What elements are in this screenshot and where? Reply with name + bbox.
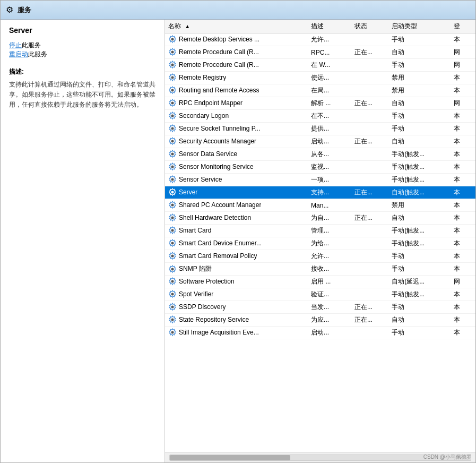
table-row[interactable]: Smart Card管理...手动(触发...本 <box>165 225 475 237</box>
service-desc: 为给... <box>308 237 351 250</box>
service-name-text: Sensor Service <box>179 176 222 183</box>
gear-icon <box>168 150 177 158</box>
table-row[interactable]: Remote Procedure Call (R...在 W...手动网 <box>165 59 475 72</box>
service-name-cell: RPC Endpoint Mapper <box>165 97 308 109</box>
table-row[interactable]: Spot Verifier验证...手动(触发...本 <box>165 288 475 301</box>
gear-icon <box>168 239 177 247</box>
table-row[interactable]: Remote Desktop Services ...允许...手动本 <box>165 33 475 46</box>
horizontal-scrollbar[interactable] <box>169 455 471 461</box>
table-row[interactable]: Software Protection启用 ...自动(延迟...网 <box>165 276 475 288</box>
table-row[interactable]: Routing and Remote Access在局...禁用本 <box>165 84 475 97</box>
service-startup: 手动(触发... <box>388 148 451 161</box>
table-row[interactable]: Security Accounts Manager启动...正在...自动本 <box>165 135 475 148</box>
service-login: 本 <box>451 225 475 237</box>
table-row[interactable]: Sensor Data Service从各...手动(触发...本 <box>165 148 475 161</box>
table-row[interactable]: Smart Card Device Enumer...为给...手动(触发...… <box>165 237 475 250</box>
service-status <box>351 84 388 97</box>
table-row[interactable]: Shared PC Account ManagerMan...禁用本 <box>165 199 475 212</box>
service-name-text: Remote Registry <box>179 74 226 81</box>
service-desc: Man... <box>308 199 351 212</box>
col-header-login[interactable]: 登 <box>451 20 475 33</box>
service-desc: 在局... <box>308 84 351 97</box>
right-panel: 名称 ▲ 描述 状态 启动类型 登 Remote Desktop Service… <box>165 20 475 462</box>
gear-icon <box>168 265 177 273</box>
col-header-name[interactable]: 名称 ▲ <box>165 20 308 33</box>
col-header-desc[interactable]: 描述 <box>308 20 351 33</box>
table-row[interactable]: Shell Hardware Detection为自...正在...自动本 <box>165 212 475 225</box>
service-status <box>351 33 388 46</box>
table-row[interactable]: RPC Endpoint Mapper解析 ...正在...自动网 <box>165 97 475 110</box>
service-startup: 自动 <box>388 46 451 59</box>
service-startup: 手动(触发... <box>388 161 451 174</box>
gear-icon <box>168 226 177 235</box>
svg-point-10 <box>171 166 174 168</box>
service-login: 本 <box>451 123 475 135</box>
gear-icon <box>168 290 177 298</box>
service-status: 正在... <box>351 301 388 314</box>
table-row[interactable]: State Repository Service为应...正在...自动本 <box>165 314 475 327</box>
service-login: 网 <box>451 97 475 110</box>
table-row[interactable]: Remote Procedure Call (R...RPC...正在...自动… <box>165 46 475 59</box>
table-row[interactable]: Sensor Monitoring Service监视...手动(触发...本 <box>165 161 475 174</box>
service-status <box>351 123 388 135</box>
gear-icon <box>168 303 177 311</box>
service-name-cell: Sensor Monitoring Service <box>165 161 308 173</box>
gear-icon <box>168 86 177 95</box>
table-row[interactable]: Sensor Service一项...手动(触发...本 <box>165 174 475 186</box>
table-row[interactable]: Secure Socket Tunneling P...提供...手动本 <box>165 123 475 135</box>
service-login: 本 <box>451 301 475 314</box>
service-status <box>351 148 388 161</box>
table-row[interactable]: Still Image Acquisition Eve...启动...手动本 <box>165 327 475 339</box>
service-name-text: Sensor Data Service <box>179 150 237 158</box>
gear-icon <box>168 201 177 209</box>
gear-icon <box>168 73 177 82</box>
table-row[interactable]: Remote Registry使远...禁用本 <box>165 72 475 84</box>
service-name-cell: Shared PC Account Manager <box>165 199 308 211</box>
service-startup: 手动(触发... <box>388 237 451 250</box>
service-name-cell: Remote Procedure Call (R... <box>165 46 308 58</box>
service-name-text: Still Image Acquisition Eve... <box>179 329 259 336</box>
svg-point-1 <box>171 51 174 54</box>
stop-service-link[interactable]: 停止 <box>9 41 22 49</box>
service-status <box>351 237 388 250</box>
svg-point-2 <box>171 64 174 66</box>
service-login: 本 <box>451 250 475 263</box>
service-name-cell: Sensor Data Service <box>165 148 308 160</box>
service-name-text: Routing and Remote Access <box>179 87 259 94</box>
service-login: 本 <box>451 110 475 123</box>
table-row[interactable]: Smart Card Removal Policy允许...手动本 <box>165 250 475 263</box>
service-login: 本 <box>451 263 475 276</box>
service-startup: 手动 <box>388 110 451 123</box>
table-row[interactable]: SNMP 陷阱接收...手动本 <box>165 263 475 276</box>
service-login: 本 <box>451 186 475 199</box>
main-content: Server 停止此服务 重启动此服务 描述: 支持此计算机通过网络的文件、打印… <box>1 20 475 462</box>
service-login: 本 <box>451 72 475 84</box>
col-header-status[interactable]: 状态 <box>351 20 388 33</box>
service-name-text: Spot Verifier <box>179 290 213 298</box>
svg-point-16 <box>171 242 174 245</box>
table-row[interactable]: Server支持...正在...自动(触发...本 <box>165 186 475 199</box>
service-startup: 手动 <box>388 327 451 339</box>
service-login: 本 <box>451 212 475 225</box>
restart-service-link[interactable]: 重启动 <box>9 50 28 58</box>
service-name-text: Security Accounts Manager <box>179 138 256 145</box>
svg-point-9 <box>171 153 174 156</box>
service-desc: 允许... <box>308 33 351 46</box>
service-startup: 手动 <box>388 59 451 72</box>
service-status <box>351 288 388 301</box>
service-name-text: Server <box>179 188 197 196</box>
service-login: 网 <box>451 46 475 59</box>
table-row[interactable]: SSDP Discovery当发...正在...手动本 <box>165 301 475 314</box>
service-status <box>351 110 388 123</box>
service-startup: 手动(触发... <box>388 174 451 186</box>
col-header-startup[interactable]: 启动类型 <box>388 20 451 33</box>
service-login: 本 <box>451 314 475 327</box>
services-table-container[interactable]: 名称 ▲ 描述 状态 启动类型 登 Remote Desktop Service… <box>165 20 475 452</box>
service-desc: 提供... <box>308 123 351 135</box>
table-row[interactable]: Secondary Logon在不...手动本 <box>165 110 475 123</box>
service-name-text: Remote Desktop Services ... <box>179 36 259 43</box>
service-desc: 启动... <box>308 135 351 148</box>
service-name-text: SNMP 陷阱 <box>179 264 212 273</box>
service-status <box>351 263 388 276</box>
gear-icon <box>168 213 177 222</box>
